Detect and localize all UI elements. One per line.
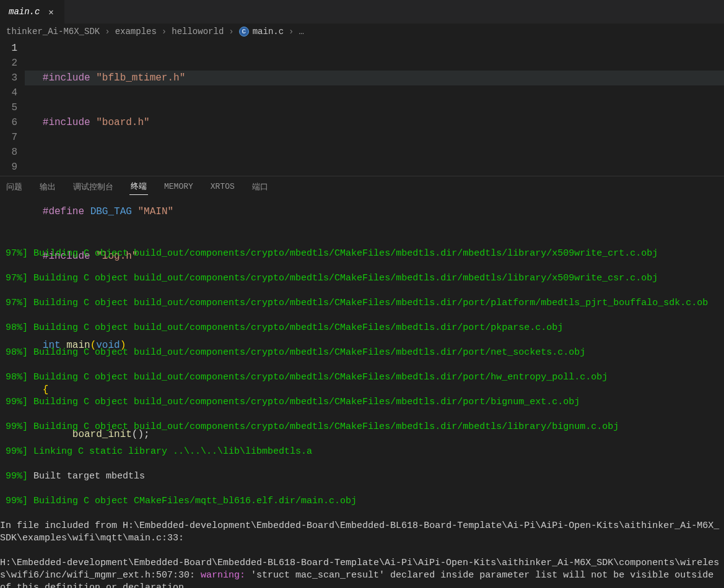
line-number-gutter: 1 2 3 4 5 6 7 8 9 (0, 40, 25, 176)
chevron-right-icon: › (162, 27, 167, 37)
close-icon[interactable]: ✕ (46, 7, 56, 17)
chevron-right-icon: › (229, 27, 233, 37)
tab-problems[interactable]: 问题 (5, 179, 24, 195)
breadcrumb-segment[interactable]: helloworld (172, 27, 224, 37)
code-editor[interactable]: 1 2 3 4 5 6 7 8 9 #include "bflb_mtimer.… (0, 40, 724, 176)
breadcrumb-segment[interactable]: thinker_Ai-M6X_SDK (6, 27, 100, 37)
chevron-right-icon: › (105, 27, 110, 37)
tab-memory[interactable]: MEMORY (163, 179, 194, 194)
tab-bar: main.c ✕ (0, 0, 724, 24)
chevron-right-icon: › (289, 27, 294, 37)
tab-terminal[interactable]: 终端 (129, 178, 148, 195)
code-content[interactable]: #include "bflb_mtimer.h" #include "board… (25, 40, 724, 176)
breadcrumb-trail[interactable]: … (299, 27, 304, 37)
tab-xrtos[interactable]: XRTOS (209, 179, 236, 194)
breadcrumb-segment[interactable]: examples (115, 27, 157, 37)
tab-output[interactable]: 输出 (38, 179, 57, 195)
breadcrumb-segment-current[interactable]: C main.c (239, 27, 284, 37)
tab-ports[interactable]: 端口 (251, 179, 269, 195)
tab-debug-console[interactable]: 调试控制台 (72, 179, 115, 195)
c-file-icon: C (239, 27, 249, 37)
breadcrumb: thinker_Ai-M6X_SDK › examples › hellowor… (0, 24, 724, 40)
tab-label: main.c (9, 7, 40, 17)
file-tab-main-c[interactable]: main.c ✕ (0, 0, 64, 24)
